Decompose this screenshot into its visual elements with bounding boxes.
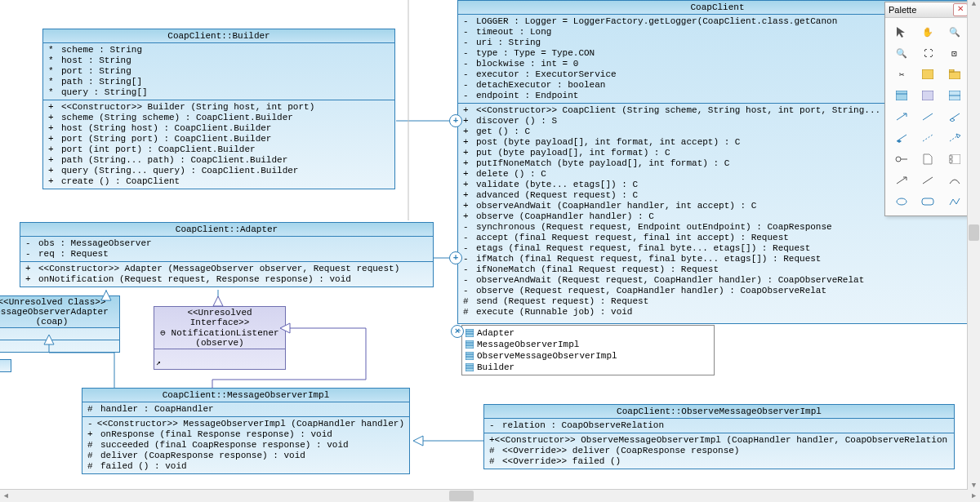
svg-rect-22	[922, 91, 933, 100]
zoom-out-icon[interactable]: 🔍	[890, 44, 913, 62]
class-observemessageobserverimpl[interactable]: CoapClient::ObserveMessageObserverImpl -…	[483, 404, 955, 469]
palette-titlebar[interactable]: Palette ✕	[885, 2, 971, 18]
interface-icon[interactable]	[916, 87, 939, 104]
empty-section	[154, 349, 285, 359]
nested-list-container: AdapterMessageObserverImplObserveMessage…	[466, 327, 710, 373]
nested-item[interactable]: ObserveMessageObserverImpl	[466, 350, 710, 362]
svg-marker-13	[213, 296, 223, 306]
nested-item[interactable]: Builder	[466, 362, 710, 373]
class-builder[interactable]: CoapClient::Builder *scheme : String*hos…	[42, 29, 395, 189]
nested-connector-icon: ×	[451, 325, 464, 338]
scroll-down-icon[interactable]: ▼	[968, 482, 980, 490]
class-messageobserverimpl[interactable]: CoapClient::MessageObserverImpl #handler…	[82, 388, 410, 474]
composition-icon[interactable]	[890, 129, 913, 147]
package-icon[interactable]	[943, 65, 966, 83]
operations-section: +<<Constructor>> Adapter (MessageObserve…	[20, 262, 433, 287]
svg-point-33	[897, 198, 906, 205]
rounded-rect-icon[interactable]	[916, 193, 939, 211]
svg-marker-27	[956, 134, 960, 138]
class-adapter[interactable]: CoapClient::Adapter -obs : MessageObserv…	[20, 222, 434, 287]
zoom-fit-icon[interactable]: ⛶	[916, 44, 939, 62]
svg-rect-20	[896, 91, 907, 100]
class-title: CoapClient::Adapter	[20, 223, 433, 237]
svg-marker-26	[897, 140, 902, 143]
enum-icon[interactable]	[943, 87, 966, 104]
class-name: essageObserverAdapter	[0, 307, 118, 317]
class-title: CoapClient::ObserveMessageObserverImpl	[484, 405, 954, 419]
arrow-icon[interactable]	[890, 171, 913, 189]
curve-icon[interactable]	[943, 171, 966, 189]
nested-item[interactable]: Adapter	[466, 327, 710, 339]
link-icon: ↗	[156, 358, 161, 367]
nested-connector-icon: +	[449, 251, 462, 264]
component-icon[interactable]	[943, 150, 966, 168]
nested-connector-icon: +	[449, 114, 462, 127]
polyline-icon[interactable]	[943, 193, 966, 211]
empty-section: ↗	[154, 359, 285, 369]
horizontal-scrollbar[interactable]: ◄ ►	[0, 489, 980, 502]
svg-rect-34	[922, 198, 933, 205]
svg-point-28	[896, 157, 901, 162]
svg-rect-31	[949, 156, 952, 158]
palette-tools: ✋ 🔍 🔍 ⛶ ⊡ ✂	[885, 18, 971, 215]
interface-notificationlistener[interactable]: <<Unresolved Interface>> ⊖ NotificationL…	[154, 306, 286, 370]
zoom-in-icon[interactable]: 🔍	[943, 23, 966, 41]
nested-classes-list[interactable]: AdapterMessageObserverImplObserveMessage…	[461, 325, 715, 375]
operations-section: +<<Constructor>> Builder (String host, i…	[43, 100, 394, 189]
class-name: ⊖ NotificationListener	[158, 327, 282, 338]
attributes-section: -relation : CoapObserveRelation	[484, 419, 954, 433]
stereotype: <<Unresolved Class>>	[0, 297, 118, 307]
class-title: CoapClient::Builder	[43, 29, 394, 43]
attributes-section: #handler : CoapHandler	[82, 402, 409, 417]
operations-section: +<<Constructor>> ObserveMessageObserverI…	[484, 433, 954, 469]
lollipop-icon[interactable]	[890, 150, 913, 168]
class-icon[interactable]	[890, 87, 913, 104]
realization-icon[interactable]	[943, 129, 966, 147]
scroll-up-icon[interactable]: ▲	[968, 0, 980, 8]
scroll-right-icon[interactable]: ►	[968, 492, 980, 500]
class-title: <<Unresolved Class>> essageObserverAdapt…	[0, 296, 119, 328]
class-package: (observe)	[158, 338, 282, 348]
line-icon[interactable]	[916, 171, 939, 189]
document-icon[interactable]	[916, 150, 939, 168]
svg-rect-18	[949, 72, 960, 79]
aggregation-icon[interactable]	[943, 108, 966, 126]
zoom-actual-icon[interactable]: ⊡	[943, 44, 966, 62]
svg-rect-0	[466, 329, 474, 337]
select-tool-icon[interactable]	[890, 23, 913, 41]
scrollbar-thumb[interactable]	[449, 491, 474, 501]
class-title: <<Unresolved Interface>> ⊖ NotificationL…	[154, 307, 285, 349]
note-icon[interactable]	[916, 65, 939, 83]
svg-marker-16	[413, 436, 423, 446]
palette-title: Palette	[889, 5, 916, 15]
scroll-left-icon[interactable]: ◄	[0, 492, 12, 500]
empty-section	[0, 328, 119, 340]
class-unresolved-messageobserveradapter[interactable]: <<Unresolved Class>> essageObserverAdapt…	[0, 295, 120, 353]
palette-panel[interactable]: Palette ✕ ✋ 🔍 🔍 ⛶ ⊡ ✂	[884, 2, 972, 216]
svg-rect-3	[466, 340, 474, 349]
class-title: CoapClient::MessageObserverImpl	[82, 389, 409, 402]
svg-rect-6	[466, 352, 474, 360]
class-cutoff[interactable]	[0, 359, 11, 372]
assoc-line-icon[interactable]	[916, 108, 939, 126]
vertical-scrollbar[interactable]: ▲ ▼	[967, 0, 980, 490]
empty-section	[0, 340, 119, 352]
scrollbar-thumb[interactable]	[969, 224, 979, 241]
pan-tool-icon[interactable]: ✋	[916, 23, 939, 41]
operations-section: -<<Constructor>> MessageObserverImpl (Co…	[82, 417, 409, 473]
ellipse-icon[interactable]	[890, 193, 913, 211]
svg-rect-19	[949, 69, 954, 72]
attributes-section: -obs : MessageObserver-req : Request	[20, 237, 433, 262]
class-package: (coap)	[0, 317, 118, 327]
stereotype: <<Unresolved Interface>>	[158, 308, 282, 327]
svg-rect-32	[949, 160, 952, 162]
dependency-icon[interactable]	[916, 129, 939, 147]
svg-rect-17	[922, 69, 933, 79]
svg-marker-25	[950, 118, 955, 122]
svg-rect-9	[466, 363, 474, 371]
cut-icon[interactable]: ✂	[890, 65, 913, 83]
nested-item[interactable]: MessageObserverImpl	[466, 339, 710, 350]
attributes-section: *scheme : String*host : String*port : St…	[43, 43, 394, 100]
close-icon[interactable]: ✕	[953, 3, 968, 16]
assoc-arrow-icon[interactable]	[890, 108, 913, 126]
